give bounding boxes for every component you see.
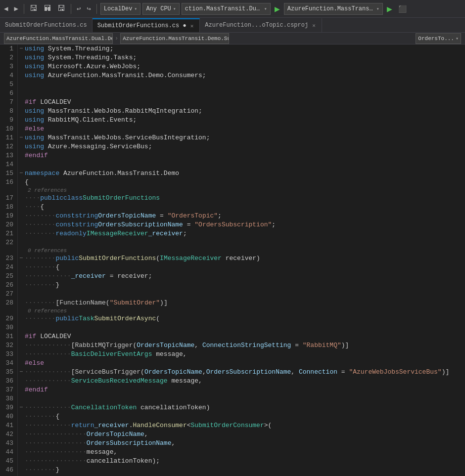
code-line[interactable]: ─using MassTransit.WebJobs.ServiceBusInt…	[18, 133, 465, 142]
line-number: 26	[2, 281, 13, 290]
save2-icon[interactable]: 🖬	[42, 3, 53, 14]
code-line[interactable]: using System.Threading.Tasks;	[18, 53, 465, 62]
code-line[interactable]: ············BasicDeliverEventArgs messag…	[18, 350, 465, 359]
breadcrumb-method-dropdown[interactable]: OrdersTo... ▾	[416, 33, 461, 44]
save-icon[interactable]: 🖫	[28, 3, 40, 14]
code-line[interactable]: ········}	[18, 466, 465, 475]
collapse-icon[interactable]: ─	[20, 254, 25, 263]
code-line[interactable]: using Microsoft.Azure.WebJobs;	[18, 62, 465, 71]
redo-button[interactable]: ↪	[85, 3, 93, 14]
code-line[interactable]	[18, 323, 465, 332]
line-number: 29	[2, 314, 13, 323]
line-number	[2, 187, 13, 194]
project-dropdown[interactable]: ction.MassTrans​it.Dual.DemoTopic ▾	[182, 3, 271, 15]
line-number: 39	[2, 403, 13, 412]
collapse-icon[interactable]: ─	[20, 44, 25, 53]
code-line[interactable]: ─········public SubmitOrderFunctions(IMe…	[18, 254, 465, 263]
code-line[interactable]	[18, 80, 465, 89]
tab-label-1: SubmitOrderFunctions.cs	[5, 22, 87, 29]
code-line[interactable]: {	[18, 178, 465, 187]
code-line[interactable]: ············_receiver = receiver;	[18, 272, 465, 281]
collapse-icon[interactable]: ─	[20, 169, 25, 178]
code-line[interactable]: ········const string OrdersTopicName = "…	[18, 212, 465, 220]
code-line[interactable]: ········const string OrdersSubscriptionN…	[18, 220, 465, 229]
code-line[interactable]: #else	[18, 125, 465, 133]
tab-submitorderfunctions-2[interactable]: SubmitOrderFunctions.cs ● ✕	[93, 18, 200, 32]
line-number: 11	[2, 133, 13, 142]
cpu-dropdown[interactable]: Any CPU ▾	[142, 3, 179, 15]
code-line[interactable]: #endif	[18, 386, 465, 394]
code-line[interactable]: 2 references	[18, 187, 465, 194]
code-line[interactable]	[18, 160, 465, 169]
config-dropdown[interactable]: LocalDev ▾	[100, 3, 141, 15]
line-number: 5	[2, 80, 13, 89]
code-line[interactable]: ········[FunctionName("SubmitOrder")]	[18, 299, 465, 307]
line-number: 45	[2, 457, 13, 466]
collapse-icon[interactable]: ─	[20, 133, 25, 142]
line-number: 17	[2, 194, 13, 203]
code-line[interactable]: #else	[18, 359, 465, 368]
tab-close-2[interactable]: ✕	[189, 22, 195, 30]
code-line[interactable]: ················OrdersSubscriptionName,	[18, 439, 465, 448]
breadcrumb-class: AzureFunction.MassTransit.Demo.SubmitOrd…	[123, 36, 229, 42]
save3-icon[interactable]: 🖫	[55, 3, 67, 14]
code-line[interactable]: 0 references	[18, 247, 465, 254]
code-line[interactable]: using MassTransit.WebJobs.RabbitMqIntegr…	[18, 107, 465, 116]
line-number: 10	[2, 125, 13, 133]
tab-close-3[interactable]: ✕	[311, 22, 317, 29]
indent-dots: ········	[25, 412, 55, 421]
code-line[interactable]: #if LOCALDEV	[18, 332, 465, 341]
code-line[interactable]: 0 references	[18, 307, 465, 314]
forward-button[interactable]: ▶	[12, 3, 20, 14]
tab-submitorderfunctions-1[interactable]: SubmitOrderFunctions.cs	[0, 18, 93, 32]
breadcrumb-namespace-dropdown[interactable]: AzureFunction.MassTransit.Dual.DemoTopic…	[4, 33, 113, 44]
code-line[interactable]: ─using System.Threading;	[18, 44, 465, 53]
code-line[interactable]	[18, 89, 465, 98]
run-button[interactable]: ▶	[273, 4, 282, 14]
back-button[interactable]: ◀	[2, 3, 10, 14]
code-line[interactable]: ─············CancellationToken cancellat…	[18, 403, 465, 412]
code-line[interactable]: ─namespace AzureFunction.MassTransit.Dem…	[18, 169, 465, 178]
code-line[interactable]: ········}	[18, 281, 465, 290]
code-line[interactable]: ····public class SubmitOrderFunctions	[18, 194, 465, 203]
code-line[interactable]: ········{	[18, 263, 465, 272]
line-numbers: 1234567891011121314151617181920212223242…	[0, 44, 18, 476]
run2-button[interactable]: ▶	[385, 4, 394, 14]
code-line[interactable]: using RabbitMQ.Client.Events;	[18, 116, 465, 125]
line-number: 43	[2, 439, 13, 448]
code-line[interactable]: ············[RabbitMQTrigger(OrdersTopic…	[18, 341, 465, 350]
breadcrumb-class-dropdown[interactable]: AzureFunction.MassTransit.Demo.SubmitOrd…	[120, 33, 229, 44]
undo-button[interactable]: ↩	[75, 3, 83, 14]
code-line[interactable]: #endif	[18, 151, 465, 160]
indent-dots: ············	[25, 368, 71, 377]
code-line[interactable]: ─············[ServiceBusTrigger(OrdersTo…	[18, 368, 465, 377]
tab-azurefunction-csproj[interactable]: AzureFunction...oTopic.csproj ✕	[200, 18, 322, 32]
code-line[interactable]: ············return _receiver.HandleConsu…	[18, 421, 465, 430]
line-number: 32	[2, 341, 13, 350]
code-line[interactable]: ················cancellationToken);	[18, 457, 465, 466]
code-line[interactable]	[18, 394, 465, 403]
collapse-icon[interactable]: ─	[20, 368, 25, 377]
line-number: 3	[2, 62, 13, 71]
code-line[interactable]	[18, 290, 465, 299]
stop-button[interactable]: ⬛	[396, 4, 409, 14]
line-number: 19	[2, 212, 13, 220]
code-line[interactable]	[18, 238, 465, 247]
indent-dots: ············	[25, 403, 71, 412]
code-line[interactable]: ········{	[18, 412, 465, 421]
line-number: 22	[2, 238, 13, 247]
code-line[interactable]: ············ServiceBusReceivedMessage me…	[18, 377, 465, 386]
code-line[interactable]: #if LOCALDEV	[18, 98, 465, 107]
code-line[interactable]: ················message,	[18, 448, 465, 457]
line-number: 15	[2, 169, 13, 178]
code-line[interactable]: ········public Task SubmitOrderAsync(	[18, 314, 465, 323]
code-line[interactable]: ················OrdersTopicName,	[18, 430, 465, 439]
debug-target-dropdown[interactable]: AzureFunction.MassTransit.Dual.DemoTopic…	[284, 3, 383, 15]
code-content[interactable]: ─using System.Threading;using System.Thr…	[18, 44, 465, 476]
code-line[interactable]: ····{	[18, 203, 465, 212]
code-line[interactable]: using AzureFunction.MassTransit.Demo.Con…	[18, 71, 465, 80]
code-line[interactable]: using Azure.Messaging.ServiceBus;	[18, 142, 465, 151]
code-line[interactable]: ········readonly IMessageReceiver _recei…	[18, 229, 465, 238]
line-number: 35	[2, 368, 13, 377]
collapse-icon[interactable]: ─	[20, 403, 25, 412]
